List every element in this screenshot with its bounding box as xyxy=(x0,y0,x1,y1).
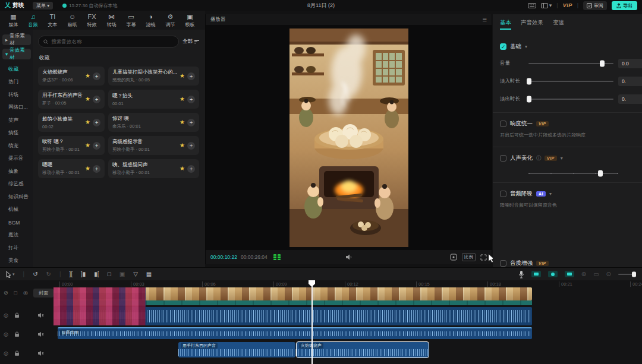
preview-canvas[interactable] xyxy=(206,25,492,250)
audio-clip-bgm[interactable]: 提高音量 xyxy=(58,327,532,339)
chevron-down-icon[interactable]: ▾ xyxy=(561,156,563,161)
fade-in-slider[interactable] xyxy=(528,81,613,82)
cat-abstract[interactable]: 抽象 xyxy=(0,165,33,178)
sound-card[interactable]: 超萌小孩傻笑00:02★＋ xyxy=(38,113,105,132)
volume-slider[interactable] xyxy=(528,63,613,64)
track-target-icon[interactable]: ◎ xyxy=(23,290,28,296)
cat-bgm[interactable]: BGM xyxy=(0,216,33,229)
track-lock-icon[interactable] xyxy=(14,331,20,337)
fade-out-slider[interactable] xyxy=(528,99,613,100)
filter-all-button[interactable]: 全部 xyxy=(182,38,199,45)
favorite-star-button[interactable]: ★ xyxy=(85,166,90,172)
cat-catchphrase[interactable]: 网络口... xyxy=(0,102,33,115)
fade-in-value[interactable]: 0. xyxy=(618,77,642,86)
add-to-timeline-button[interactable]: ＋ xyxy=(93,142,100,150)
sound-card[interactable]: 儿童搞笑打闹小孩笑开心的...憨憨的肉丸 · 00:05★＋ xyxy=(108,67,199,86)
voice-beautify-checkbox[interactable] xyxy=(500,155,506,162)
sound-card[interactable]: 用手打东西的声音罗子 · 00:05★＋ xyxy=(38,90,105,109)
flag-button[interactable]: ▭ xyxy=(593,271,599,277)
ribbon-tab-captions[interactable]: ▭字幕 xyxy=(121,13,141,28)
cat-funny[interactable]: 搞怪 xyxy=(0,127,33,140)
add-to-timeline-button[interactable]: ＋ xyxy=(93,72,100,80)
favorite-star-button[interactable]: ★ xyxy=(85,119,90,125)
fade-out-value[interactable]: 0. xyxy=(618,94,642,104)
chevron-down-icon[interactable]: ▾ xyxy=(549,191,552,197)
add-marker-button[interactable]: ⊕ xyxy=(581,271,586,277)
cat-favorites[interactable]: 收藏 xyxy=(0,63,33,76)
sound-card[interactable]: 唉呀 嗯？剪映小助手 · 00:01★＋ xyxy=(38,136,105,155)
cat-knowledge[interactable]: 知识科普 xyxy=(0,191,33,204)
add-to-timeline-button[interactable]: ＋ xyxy=(187,72,195,80)
sound-card[interactable]: 嗯嗯移动小助手 · 00:01★＋ xyxy=(38,159,105,178)
add-to-timeline-button[interactable]: ＋ xyxy=(93,165,100,173)
split-button[interactable]: ][ xyxy=(70,271,73,277)
timeline-zoom-slider[interactable] xyxy=(618,274,636,275)
tab-basic[interactable]: 基本 xyxy=(500,19,511,30)
search-input[interactable] xyxy=(51,39,174,45)
favorite-star-button[interactable]: ★ xyxy=(180,73,185,79)
group-music-assets[interactable]: ▸ 音乐素材 xyxy=(2,34,31,45)
zoom-out-button[interactable]: ⊙ xyxy=(606,271,611,277)
trim-left-button[interactable]: ]▮ xyxy=(81,271,86,277)
ribbon-tab-audio[interactable]: ♫音频 xyxy=(23,13,43,28)
favorite-star-button[interactable]: ★ xyxy=(180,166,185,172)
ribbon-tab-text[interactable]: TI文本 xyxy=(43,13,62,28)
tab-sound-effects[interactable]: 声音效果 xyxy=(521,19,543,30)
mask-button[interactable]: ▽ xyxy=(133,271,138,277)
chevron-down-icon[interactable]: ▾ xyxy=(525,44,527,49)
sound-card[interactable]: 嗯？抬头00:01★＋ xyxy=(108,90,199,109)
playhead[interactable] xyxy=(311,280,313,364)
player-menu-icon[interactable]: ☰ xyxy=(482,17,487,23)
track-fx-icon[interactable]: ◎ xyxy=(4,350,8,356)
fullscreen-icon[interactable] xyxy=(480,254,487,261)
cat-hot[interactable]: 热门 xyxy=(0,76,33,89)
redo-button[interactable]: ↻ xyxy=(46,271,51,277)
tab-speed[interactable]: 变速 xyxy=(553,19,564,30)
delete-button[interactable]: □ xyxy=(108,271,111,277)
track-mute-icon[interactable] xyxy=(37,350,44,356)
favorite-star-button[interactable]: ★ xyxy=(85,143,90,148)
denoise-checkbox[interactable] xyxy=(500,191,506,197)
track-lock-icon[interactable] xyxy=(14,350,20,356)
keyboard-shortcuts-icon[interactable] xyxy=(528,3,536,8)
main-track-magnet-toggle[interactable] xyxy=(548,271,558,277)
record-voiceover-icon[interactable] xyxy=(518,270,524,278)
add-to-timeline-button[interactable]: ＋ xyxy=(187,165,195,173)
cat-machine[interactable]: 机械 xyxy=(0,204,33,217)
cat-alerts[interactable]: 提示音 xyxy=(0,153,33,166)
basic-section-checkbox[interactable]: ✓ xyxy=(500,43,506,50)
track-lock-icon[interactable]: □ xyxy=(14,290,17,296)
cat-magic[interactable]: 魔法 xyxy=(0,229,33,242)
audio-clip-sfx-selected[interactable]: 火焰燃烧声 xyxy=(297,342,429,357)
track-mute-icon[interactable] xyxy=(37,331,44,337)
auto-snap-toggle[interactable] xyxy=(565,271,574,277)
add-to-timeline-button[interactable]: ＋ xyxy=(93,96,100,103)
volume-value[interactable]: 0.0 xyxy=(618,59,642,68)
voice-beautify-slider[interactable] xyxy=(528,173,618,174)
favorite-star-button[interactable]: ★ xyxy=(85,96,90,102)
select-tool-button[interactable]: ▾ xyxy=(6,271,15,278)
frame-extract-button[interactable]: ▦ xyxy=(146,271,152,277)
add-to-timeline-button[interactable]: ＋ xyxy=(187,119,195,126)
fit-screen-icon[interactable] xyxy=(450,254,457,261)
sound-card[interactable]: 火焰燃烧声录达37° · 00:06★＋ xyxy=(38,67,105,86)
add-to-timeline-button[interactable]: ＋ xyxy=(187,142,195,150)
cat-food[interactable]: 美食 xyxy=(0,255,33,268)
playhead-handle[interactable] xyxy=(309,280,315,287)
vip-badge[interactable]: VIP xyxy=(563,2,572,8)
track-lock-icon[interactable] xyxy=(14,312,20,318)
export-button[interactable]: 导出 xyxy=(612,1,637,10)
group-sound-effects[interactable]: ▾ 音效素材 xyxy=(2,49,31,59)
menu-button[interactable]: 菜单 ▾ xyxy=(33,2,53,10)
track-fx-icon[interactable]: ◎ xyxy=(4,312,8,318)
undo-button[interactable]: ↺ xyxy=(33,271,37,277)
sound-card[interactable]: 咦、疑惑疑问声移动小助手 · 00:01★＋ xyxy=(108,159,199,178)
ribbon-tab-effects[interactable]: FX特效 xyxy=(82,13,102,28)
preview-axis-toggle[interactable] xyxy=(531,271,541,277)
aspect-ratio-button[interactable]: 比例 xyxy=(462,253,476,261)
cat-laughter[interactable]: 笑声 xyxy=(0,114,33,127)
favorite-star-button[interactable]: ★ xyxy=(180,96,185,102)
layout-switch-button[interactable]: ▾ xyxy=(541,2,552,8)
cat-fight[interactable]: 打斗 xyxy=(0,242,33,255)
audio-clip-sfx[interactable]: 用手打东西的声音 xyxy=(178,342,295,357)
